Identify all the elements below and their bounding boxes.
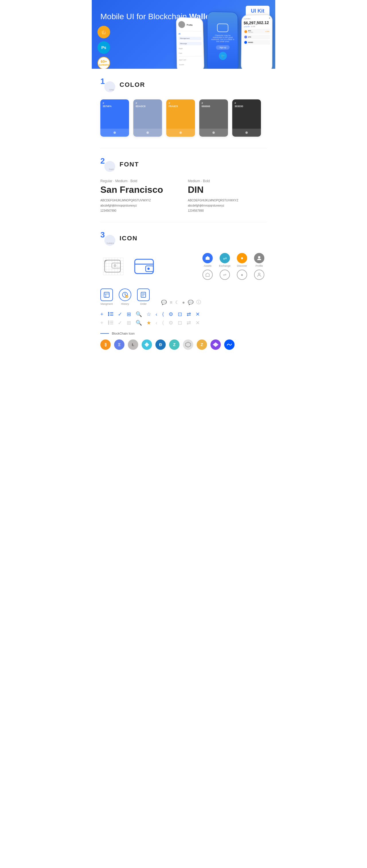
color-section-header: 1 ONE COLOR bbox=[101, 78, 266, 92]
qr-icon-gray: ⊞ bbox=[127, 320, 131, 326]
iota-icon bbox=[183, 339, 193, 350]
screens-badge: 60+Screens bbox=[97, 57, 110, 69]
stack-icon: ≡ bbox=[170, 300, 172, 305]
svg-rect-42 bbox=[108, 315, 109, 316]
search-icon: 🔍 bbox=[136, 311, 142, 317]
history-label: History bbox=[121, 303, 129, 305]
waves-icon bbox=[224, 339, 234, 350]
discover-icon-outline: ● bbox=[234, 270, 250, 280]
star-icon-filled: ★ bbox=[146, 320, 151, 326]
exchange-icon: ⇌ bbox=[220, 253, 230, 263]
sketch-badge bbox=[97, 26, 110, 38]
list-icon-gray bbox=[108, 320, 113, 326]
phone-right: myWallet + $6,297,502.12 ▲ $1,000 12-298… bbox=[241, 14, 273, 69]
svg-marker-52 bbox=[213, 342, 219, 347]
info-icon: ⓘ bbox=[196, 299, 201, 305]
moon-icon: ☾ bbox=[175, 300, 179, 305]
svg-point-21 bbox=[114, 265, 116, 267]
close-icon-gray: ✕ bbox=[196, 320, 200, 326]
font-sf-lowercase: abcdefghijklmnopqrstuvwxyz bbox=[101, 203, 179, 208]
list-icon bbox=[108, 311, 113, 317]
chat-icon: 💬 bbox=[161, 300, 167, 305]
management-label: Mangment bbox=[101, 303, 113, 305]
section-number-3: 3 THREE bbox=[101, 231, 115, 246]
back-icon-gray: ‹ bbox=[156, 320, 158, 326]
svg-marker-25 bbox=[205, 256, 209, 260]
check-icon-gray: ✓ bbox=[118, 320, 122, 326]
hero-section: Mobile UI for Blockchain Wallet UI Kit P… bbox=[92, 0, 275, 69]
svg-rect-48 bbox=[108, 323, 109, 324]
blockchain-label: BlockChain Icon bbox=[112, 332, 135, 335]
svg-rect-29 bbox=[104, 292, 109, 297]
section-number-2: 2 TWO bbox=[101, 157, 115, 172]
font-sf-numbers: 1234567890 bbox=[101, 208, 179, 213]
export-icon: ⊡ bbox=[178, 311, 182, 317]
svg-rect-38 bbox=[108, 312, 109, 313]
discover-icon-gray: ● bbox=[237, 270, 247, 280]
font-section-header: 2 TWO FONT bbox=[101, 157, 266, 172]
exchange-icon-item: ⇌ Exchange bbox=[217, 253, 232, 267]
settings-icon: ⚙ bbox=[169, 311, 173, 317]
icon-named-grid: Assets ⇌ Exchange ● Discover Profile bbox=[200, 253, 266, 280]
svg-point-26 bbox=[258, 256, 260, 258]
font-din-uppercase: ABCDEFGHIJKLMNOPQRSTUVWXYZ bbox=[188, 198, 266, 203]
profile-icon-outline bbox=[252, 270, 266, 280]
svg-marker-50 bbox=[144, 342, 149, 347]
profile-icon bbox=[254, 253, 264, 263]
color-grid: #3574FA #8DA0C8 #F5A623 #666666 #303030 bbox=[101, 99, 266, 137]
assets-icon-gray bbox=[202, 270, 213, 280]
search-icon-gray: 🔍 bbox=[136, 320, 142, 326]
svg-rect-46 bbox=[108, 322, 109, 323]
content-area: 1 ONE COLOR #3574FA #8DA0C8 #F5A623 #666… bbox=[92, 69, 275, 359]
discover-icon-item: ● Discover bbox=[234, 253, 250, 267]
assets-icon bbox=[202, 253, 213, 263]
svg-point-24 bbox=[147, 268, 150, 270]
color-title: COLOR bbox=[119, 81, 145, 89]
star-icon: ☆ bbox=[146, 311, 151, 317]
color-swatch-5: #303030 bbox=[232, 99, 261, 137]
ethereum-icon: Ξ bbox=[114, 339, 124, 350]
icon-section-header: 3 THREE ICON bbox=[101, 231, 266, 246]
profile-label: Profile bbox=[255, 265, 263, 267]
font-din-lowercase: abcdefghijklmnopqrstuvwxyz bbox=[188, 203, 266, 208]
ps-badge: Ps bbox=[97, 41, 110, 54]
svg-rect-19 bbox=[105, 260, 120, 272]
font-sf-uppercase: ABCDEFGHIJKLMNOPQRSTUVWXYZ bbox=[101, 198, 179, 203]
zilliqa-icon: Z bbox=[169, 339, 179, 350]
font-din-numbers: 1234567890 bbox=[188, 208, 266, 213]
font-sf-name: San Francisco bbox=[101, 185, 179, 195]
order-icon bbox=[137, 288, 150, 301]
swap-icon: ⇄ bbox=[187, 311, 191, 317]
font-din-subtitle: Medium · Bold bbox=[188, 179, 266, 183]
plus-icon: + bbox=[101, 311, 104, 317]
svg-marker-27 bbox=[206, 273, 209, 276]
icon-title: ICON bbox=[119, 235, 138, 242]
blockchain-label-row: BlockChain Icon bbox=[101, 332, 266, 335]
bitcoin-icon: ₿ bbox=[101, 339, 111, 350]
assets-icon-item: Assets bbox=[200, 253, 215, 267]
icon-large-grid: Assets ⇌ Exchange ● Discover Profile bbox=[101, 253, 266, 280]
section-number-1: 1 ONE bbox=[101, 78, 115, 92]
blockchain-icons-row: ₿ Ξ Ł Đ Z Z bbox=[101, 339, 266, 350]
svg-point-33 bbox=[125, 295, 128, 298]
small-icons-blue: + ✓ ⊞ 🔍 ☆ ‹ ⟨ ⚙ ⊡ ⇄ ✕ bbox=[101, 311, 266, 317]
verge-icon bbox=[142, 339, 152, 350]
litecoin-icon: Ł bbox=[128, 339, 138, 350]
order-icon-item: Order bbox=[137, 288, 150, 305]
badge-row: Ps 60+Screens bbox=[97, 26, 110, 69]
management-icon-item: Mangment bbox=[101, 288, 113, 305]
font-grid: Regular · Medium · Bold San Francisco AB… bbox=[101, 179, 266, 213]
circle-icon: ● bbox=[182, 300, 185, 305]
assets-label: Assets bbox=[204, 265, 211, 267]
export-icon-gray: ⊡ bbox=[178, 320, 182, 326]
back-icon: ‹ bbox=[156, 311, 158, 317]
swap-icon-gray: ⇄ bbox=[187, 320, 191, 326]
profile-icon-gray bbox=[254, 270, 264, 280]
blockchain-line bbox=[101, 333, 109, 334]
exchange-icon-outline: ⇌ bbox=[217, 270, 232, 280]
qr-icon: ⊞ bbox=[127, 311, 131, 317]
history-icon bbox=[119, 288, 131, 301]
small-icons-gray: + ✓ ⊞ 🔍 ★ ‹ ⟨ ⚙ ⊡ ⇄ ✕ bbox=[101, 320, 266, 326]
order-label: Order bbox=[140, 303, 146, 305]
wallet-wireframe-icon bbox=[101, 255, 126, 278]
